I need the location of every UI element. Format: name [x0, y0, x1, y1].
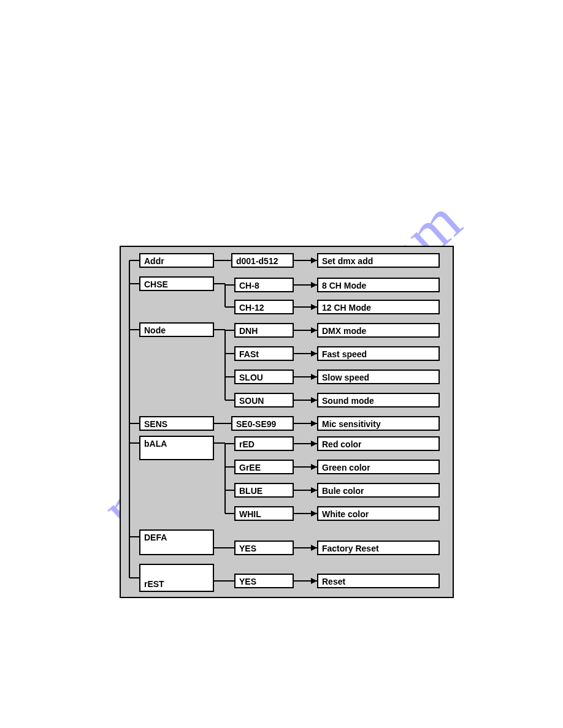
- menu-bala: bALA: [139, 436, 214, 460]
- menu-sens-desc: Mic sensitivity: [317, 416, 440, 431]
- svg-marker-55: [311, 578, 317, 584]
- menu-node-fast-desc: Fast speed: [317, 346, 440, 361]
- menu-node-slou-desc: Slow speed: [317, 370, 440, 384]
- menu-addr-range: d001-d512: [231, 253, 294, 268]
- menu-bala-blue-desc: Bule color: [317, 483, 440, 498]
- menu-bala-gree: GrEE: [234, 460, 294, 474]
- menu-bala-whil: WHIL: [234, 506, 294, 521]
- menu-node-soun-desc: Sound mode: [317, 393, 440, 408]
- svg-marker-32: [311, 397, 317, 403]
- menu-bala-gree-desc: Green color: [317, 460, 440, 474]
- menu-node-slou: SLOU: [234, 370, 294, 384]
- menu-node-dnh-desc: DMX mode: [317, 323, 440, 338]
- menu-defa-desc: Factory Reset: [317, 540, 440, 555]
- menu-defa-yes: YES: [234, 540, 294, 555]
- svg-marker-30: [311, 374, 317, 380]
- page: manualshive.com: [0, 0, 563, 728]
- menu-chse-ch12: CH-12: [234, 300, 294, 314]
- menu-chse-ch8: CH-8: [234, 278, 294, 292]
- svg-marker-47: [311, 487, 317, 493]
- menu-bala-red: rED: [234, 436, 294, 451]
- menu-chse: CHSE: [139, 276, 214, 291]
- menu-chse-ch12-desc: 12 CH Mode: [317, 300, 440, 314]
- menu-addr: Addr: [139, 253, 214, 268]
- svg-marker-45: [311, 464, 317, 470]
- menu-bala-blue: BLUE: [234, 483, 294, 498]
- svg-marker-26: [311, 327, 317, 333]
- menu-bala-whil-desc: White color: [317, 506, 440, 521]
- menu-rest-desc: Reset: [317, 574, 440, 588]
- menu-panel: Addr d001-d512 Set dmx add CHSE CH-8 8 C…: [120, 246, 454, 598]
- svg-marker-49: [311, 510, 317, 517]
- svg-marker-43: [311, 441, 317, 447]
- svg-marker-28: [311, 351, 317, 357]
- svg-marker-52: [311, 545, 317, 551]
- svg-marker-35: [311, 420, 317, 427]
- menu-addr-desc: Set dmx add: [317, 253, 440, 268]
- menu-bala-red-desc: Red color: [317, 436, 440, 451]
- menu-chse-ch8-desc: 8 CH Mode: [317, 278, 440, 292]
- svg-marker-18: [311, 304, 317, 310]
- menu-node-soun: SOUN: [234, 393, 294, 408]
- menu-rest-yes: YES: [234, 574, 294, 588]
- menu-sens-range: SE0-SE99: [231, 416, 294, 431]
- menu-node: Node: [139, 322, 214, 337]
- menu-node-dnh: DNH: [234, 323, 294, 338]
- menu-defa: DEFA: [139, 529, 214, 555]
- menu-node-fast: FASt: [234, 346, 294, 361]
- svg-marker-10: [311, 257, 317, 264]
- menu-rest: rEST: [139, 564, 214, 592]
- menu-sens: SENS: [139, 416, 214, 431]
- svg-marker-16: [311, 282, 317, 288]
